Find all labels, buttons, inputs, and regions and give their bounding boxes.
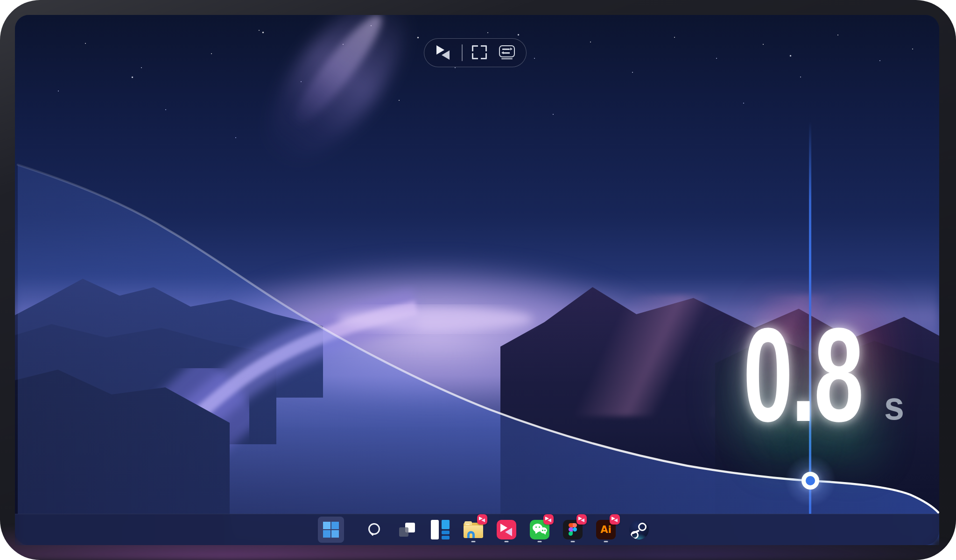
fullscreen-button[interactable]	[472, 45, 489, 60]
device-frame: 0.8 s	[0, 0, 956, 560]
toolbar-divider	[462, 44, 463, 61]
steam-icon	[629, 520, 649, 539]
layout-panels-icon	[431, 520, 450, 539]
taskbar-item-search[interactable]	[364, 516, 384, 543]
metric-unit: s	[884, 391, 904, 420]
taskbar-item-wechat[interactable]	[530, 516, 549, 543]
running-indicator	[505, 541, 509, 543]
task-view-icon	[399, 522, 415, 538]
windows-start-icon	[323, 522, 339, 538]
brand-double-triangle-icon	[436, 45, 451, 60]
search-icon	[367, 523, 381, 537]
pink-double-triangle-icon	[497, 520, 516, 539]
metric-value: 0.8	[743, 327, 862, 423]
taskbar-item-layout-app[interactable]	[430, 516, 450, 543]
notification-badge-icon	[477, 514, 487, 525]
taskbar-item-task-view[interactable]	[397, 516, 417, 543]
taskbar-item-steam[interactable]	[629, 516, 649, 543]
taskbar-item-figma[interactable]	[563, 516, 583, 543]
notification-badge-icon	[610, 514, 620, 525]
notification-badge-icon	[543, 514, 554, 525]
notification-badge-icon	[576, 514, 587, 525]
taskbar-item-file-explorer[interactable]	[464, 516, 483, 543]
taskbar-item-illustrator[interactable]: Ai	[596, 516, 616, 543]
running-indicator	[571, 541, 575, 543]
start-button[interactable]	[318, 517, 344, 543]
swap-arrows-icon	[498, 45, 517, 59]
running-indicator	[471, 541, 476, 543]
replay-button[interactable]	[436, 45, 452, 60]
running-indicator	[604, 541, 608, 543]
taskbar-items: Ai	[318, 514, 649, 545]
running-indicator	[538, 541, 542, 543]
taskbar-item-video-app[interactable]	[497, 516, 516, 543]
player-toolbar	[424, 38, 527, 67]
taskbar: Ai	[15, 514, 939, 545]
playhead-marker-handle[interactable]	[801, 472, 819, 490]
swap-button[interactable]	[498, 45, 515, 60]
fullscreen-brackets-icon	[472, 45, 487, 59]
desktop-screen: 0.8 s	[15, 15, 939, 545]
